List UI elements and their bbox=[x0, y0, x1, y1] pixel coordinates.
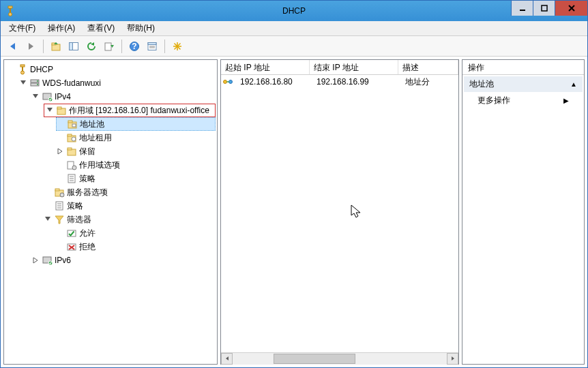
tree-address-pool[interactable]: 地址池 bbox=[56, 117, 216, 131]
svg-rect-42 bbox=[68, 121, 72, 123]
mouse-cursor-icon bbox=[351, 204, 363, 219]
close-button[interactable] bbox=[555, 1, 587, 16]
scroll-thumb[interactable] bbox=[274, 354, 355, 364]
svg-marker-35 bbox=[33, 94, 38, 98]
tree-panel[interactable]: DHCP WDS-fudanwuxi bbox=[3, 59, 218, 365]
scroll-left-button[interactable] bbox=[221, 353, 233, 365]
tree-server-options[interactable]: 服务器选项 bbox=[44, 185, 216, 199]
horizontal-scrollbar[interactable] bbox=[221, 352, 458, 364]
tree-ipv4[interactable]: IPv4 bbox=[31, 90, 216, 104]
allow-icon bbox=[66, 228, 77, 239]
tree-scope[interactable]: 作用域 [192.168.16.0] fudanwuxi-office bbox=[44, 104, 216, 117]
column-description[interactable]: 描述 bbox=[398, 60, 458, 74]
properties-button[interactable] bbox=[144, 38, 160, 55]
tree-deny[interactable]: 拒绝 bbox=[56, 240, 216, 254]
window-controls bbox=[511, 1, 587, 21]
tree-label: DHCP bbox=[30, 65, 53, 74]
svg-rect-15 bbox=[105, 43, 111, 50]
expand-icon[interactable] bbox=[56, 147, 64, 155]
expand-icon[interactable] bbox=[31, 256, 40, 264]
scroll-right-button[interactable] bbox=[447, 353, 458, 365]
tree-label: 保留 bbox=[79, 146, 95, 157]
filter-icon bbox=[54, 214, 65, 225]
maximize-button[interactable] bbox=[533, 1, 555, 16]
svg-marker-8 bbox=[29, 43, 33, 50]
tree-filters[interactable]: 筛选器 bbox=[44, 213, 216, 226]
tree-ipv6[interactable]: IPv6 bbox=[31, 254, 216, 267]
column-start-ip[interactable]: 起始 IP 地址 bbox=[221, 60, 310, 74]
collapse-icon[interactable] bbox=[44, 215, 52, 224]
svg-point-72 bbox=[224, 80, 227, 84]
tree: DHCP WDS-fudanwuxi bbox=[5, 63, 216, 267]
reservations-icon bbox=[66, 146, 77, 157]
svg-rect-0 bbox=[8, 6, 12, 8]
tree-scope-options[interactable]: 作用域选项 bbox=[56, 158, 216, 172]
actions-more-label: 更多操作 bbox=[477, 95, 510, 106]
refresh-button[interactable] bbox=[83, 38, 100, 55]
export-button[interactable] bbox=[101, 38, 117, 55]
svg-point-58 bbox=[60, 193, 64, 197]
tree-server[interactable]: WDS-fudanwuxi bbox=[19, 76, 216, 90]
menu-help[interactable]: 帮助(H) bbox=[121, 21, 160, 35]
collapse-icon[interactable] bbox=[19, 79, 27, 87]
collapse-caret-icon: ▲ bbox=[570, 80, 577, 88]
up-button[interactable] bbox=[48, 38, 64, 55]
ipv6-icon bbox=[42, 255, 53, 266]
tree-allow[interactable]: 允许 bbox=[56, 226, 216, 240]
scope-icon bbox=[56, 105, 67, 116]
tree-label: IPv4 bbox=[55, 92, 71, 102]
svg-rect-27 bbox=[20, 65, 25, 67]
svg-rect-20 bbox=[148, 42, 156, 44]
range-icon bbox=[222, 76, 233, 87]
content-area: DHCP WDS-fudanwuxi bbox=[1, 57, 587, 367]
menu-file[interactable]: 文件(F) bbox=[3, 21, 41, 35]
app-icon bbox=[5, 5, 16, 16]
tree-label: 地址租用 bbox=[79, 132, 112, 144]
svg-rect-4 bbox=[542, 5, 547, 11]
actions-more[interactable]: 更多操作 ▶ bbox=[464, 92, 583, 109]
toolbar: ? bbox=[1, 36, 587, 57]
list-header: 起始 IP 地址 结束 IP 地址 描述 bbox=[221, 60, 458, 75]
dhcp-icon bbox=[17, 64, 28, 75]
svg-point-29 bbox=[21, 71, 25, 74]
tree-policies-server[interactable]: 策略 bbox=[44, 199, 216, 213]
cell-description: 地址分 bbox=[401, 75, 458, 90]
tree-root-dhcp[interactable]: DHCP bbox=[7, 63, 216, 76]
actions-section[interactable]: 地址池 ▲ bbox=[464, 76, 583, 92]
list-body[interactable]: 192.168.16.80 192.168.16.99 地址分 bbox=[221, 75, 458, 352]
svg-point-2 bbox=[9, 13, 12, 16]
tree-leases[interactable]: 地址租用 bbox=[56, 131, 216, 144]
new-scope-button[interactable] bbox=[169, 38, 186, 55]
svg-rect-45 bbox=[68, 134, 72, 136]
collapse-icon[interactable] bbox=[31, 93, 40, 101]
deny-icon bbox=[66, 241, 77, 252]
svg-point-73 bbox=[229, 80, 233, 84]
tree-reservations[interactable]: 保留 bbox=[56, 144, 216, 158]
forward-button[interactable] bbox=[23, 38, 39, 55]
cell-end-ip: 192.168.16.99 bbox=[312, 75, 401, 89]
dhcp-window: DHCP 文件(F) 操作(A) 查看(V) 帮助(H) ? bbox=[0, 0, 588, 368]
scroll-track[interactable] bbox=[233, 353, 447, 365]
help-button[interactable]: ? bbox=[126, 38, 143, 55]
menu-action[interactable]: 操作(A) bbox=[42, 21, 80, 35]
back-button[interactable] bbox=[5, 38, 21, 55]
show-hide-tree-button[interactable] bbox=[65, 38, 82, 55]
tree-label: 筛选器 bbox=[67, 214, 91, 226]
svg-marker-64 bbox=[55, 216, 63, 224]
server-options-icon bbox=[54, 187, 65, 198]
actions-panel: 操作 地址池 ▲ 更多操作 ▶ bbox=[462, 59, 585, 365]
svg-point-34 bbox=[37, 84, 38, 85]
menu-view[interactable]: 查看(V) bbox=[82, 21, 120, 35]
tree-label: 服务器选项 bbox=[67, 187, 108, 198]
column-end-ip[interactable]: 结束 IP 地址 bbox=[310, 60, 398, 74]
svg-marker-76 bbox=[226, 356, 229, 361]
tree-label: IPv6 bbox=[55, 256, 71, 265]
svg-marker-69 bbox=[33, 258, 38, 263]
policy-icon bbox=[54, 200, 65, 211]
minimize-button[interactable] bbox=[511, 1, 533, 16]
svg-rect-49 bbox=[68, 148, 72, 150]
submenu-arrow-icon: ▶ bbox=[563, 97, 569, 104]
collapse-icon[interactable] bbox=[46, 106, 54, 114]
list-row[interactable]: 192.168.16.80 192.168.16.99 地址分 bbox=[221, 75, 458, 89]
tree-policies-scope[interactable]: 策略 bbox=[56, 172, 216, 185]
